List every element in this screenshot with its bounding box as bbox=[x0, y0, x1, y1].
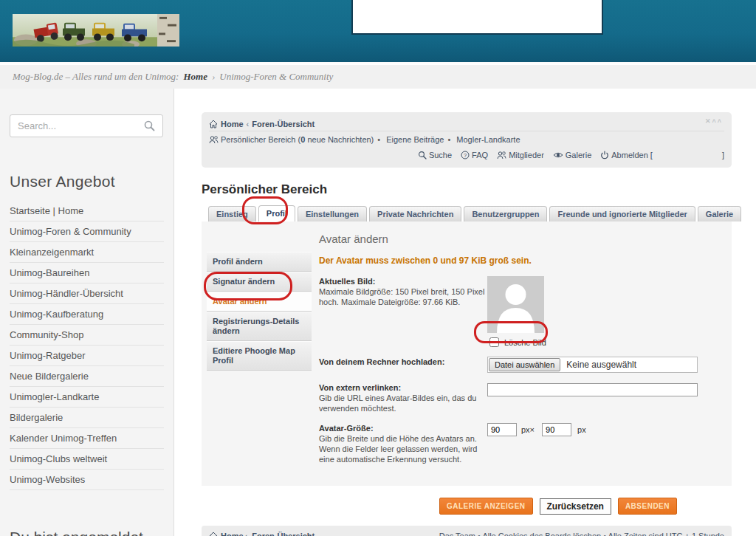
footer-breadcrumb: Home ‹ Foren-Übersicht bbox=[209, 532, 315, 536]
breadcrumb-site-title: Mog-Blog.de – Alles rund um den Unimog: bbox=[13, 71, 179, 83]
avatar-size-label: Avatar-Größe: bbox=[319, 423, 487, 433]
footer-links[interactable]: Das Team • Alle Cookies des Boards lösch… bbox=[439, 532, 724, 536]
sidebar-item-ratgeber[interactable]: Unimog-Ratgeber bbox=[10, 346, 164, 366]
question-icon: ? bbox=[461, 151, 470, 159]
personal-area-link[interactable]: Persönlicher Bereich (0 neue Nachrichten… bbox=[221, 135, 374, 144]
avatar-url-input[interactable] bbox=[487, 383, 698, 396]
external-link-row: Von extern verlinken: Gib die URL eines … bbox=[319, 382, 724, 413]
sidebar-item-kleinanzeigenmarkt[interactable]: Kleinanzeigenmarkt bbox=[10, 242, 164, 263]
mogler-map-link[interactable]: Mogler-Landkarte bbox=[456, 135, 520, 144]
breadcrumb-section-link[interactable]: Unimog-Foren & Community bbox=[219, 71, 333, 83]
search-icon[interactable] bbox=[144, 120, 155, 131]
avatar-width-input[interactable] bbox=[487, 423, 517, 436]
avatar-size-desc-line2: Wenn die Felder leer gelassen werden, wi… bbox=[319, 444, 487, 454]
forum-nav-box: Home ‹ Foren-Übersicht ✕˄˄ Persönlicher … bbox=[202, 112, 732, 168]
form-title: Avatar ändern bbox=[319, 233, 724, 245]
gallery-label: Galerie bbox=[566, 151, 591, 159]
menu-registrierungs-details[interactable]: Registrierungs-Details ändern bbox=[207, 312, 312, 341]
collapse-controls-icon[interactable]: ✕˄˄ bbox=[705, 117, 723, 125]
forum-overview-link[interactable]: Foren-Übersicht bbox=[252, 120, 315, 128]
power-icon bbox=[600, 151, 609, 159]
sidebar-item-haendler-uebersicht[interactable]: Unimog-Händler-Übersicht bbox=[10, 284, 164, 304]
avatar-placeholder-image bbox=[487, 276, 544, 333]
sidebar-heading: Unser Angebot bbox=[10, 173, 164, 190]
footer-overview-link[interactable]: Foren-Übersicht bbox=[252, 532, 315, 536]
personal-area-label-end: neue Nachrichten) bbox=[305, 135, 374, 144]
sidebar-item-baureihen[interactable]: Unimog-Baureihen bbox=[10, 263, 164, 284]
forum-breadcrumb-separator: ‹ bbox=[247, 120, 250, 128]
breadcrumb-home-link[interactable]: Home bbox=[183, 71, 207, 83]
unimog-trucks-banner-image[interactable] bbox=[13, 14, 179, 47]
file-upload-control[interactable]: Datei auswählen Keine ausgewählt bbox=[487, 357, 698, 373]
current-image-row: Aktuelles Bild: Maximale Bildgröße: 150 … bbox=[319, 276, 724, 347]
search-link[interactable]: Suche bbox=[418, 151, 452, 159]
upload-row: Von deinem Rechner hochladen: Datei ausw… bbox=[319, 357, 724, 373]
delete-image-checkbox[interactable] bbox=[489, 337, 499, 347]
sidebar-menu: Startseite | Home Unimog-Foren & Communi… bbox=[10, 201, 164, 490]
file-status-text: Keine ausgewählt bbox=[566, 360, 636, 370]
search-label: Suche bbox=[429, 151, 452, 159]
breadcrumb-separator: › bbox=[212, 71, 215, 83]
forum-footer-bar: Home ‹ Foren-Übersicht Das Team • Alle C… bbox=[202, 526, 732, 536]
forum-breadcrumb-row: Home ‹ Foren-Übersicht ✕˄˄ bbox=[209, 117, 724, 131]
current-image-label: Aktuelles Bild: bbox=[319, 276, 487, 286]
menu-phoogle-map-profil[interactable]: Editiere Phoogle Map Profil bbox=[207, 341, 312, 371]
sidebar-item-kaufberatung[interactable]: Unimog-Kaufberatung bbox=[10, 304, 164, 325]
page: Mog-Blog.de – Alles rund um den Unimog: … bbox=[0, 0, 756, 536]
sidebar-item-kalender-treffen[interactable]: Kalender Unimog-Treffen bbox=[10, 428, 164, 449]
main-content: Home ‹ Foren-Übersicht ✕˄˄ Persönlicher … bbox=[202, 89, 732, 536]
avatar-size-desc-line1: Gib die Breite und die Höhe des Avatars … bbox=[319, 433, 487, 444]
faq-label: FAQ bbox=[472, 151, 488, 159]
tab-benutzergruppen[interactable]: Benutzergruppen bbox=[464, 206, 547, 221]
sidebar-item-bildergalerie[interactable]: Bildergalerie bbox=[10, 408, 164, 428]
avatar-size-warning: Der Avatar muss zwischen 0 und 97 KiB gr… bbox=[319, 255, 724, 266]
site-header bbox=[0, 0, 756, 63]
logout-link[interactable]: Abmelden [ ] bbox=[600, 151, 724, 159]
tab-profil[interactable]: Profil bbox=[258, 205, 295, 221]
home-icon bbox=[209, 532, 218, 536]
search-input[interactable] bbox=[10, 114, 163, 137]
form-buttons: GALERIE ANZEIGEN Zurücksetzen ABSENDEN bbox=[439, 498, 732, 515]
sidebar: Unser Angebot Startseite | Home Unimog-F… bbox=[0, 89, 174, 536]
show-gallery-button[interactable]: GALERIE ANZEIGEN bbox=[439, 498, 533, 515]
members-link[interactable]: Mitglieder bbox=[497, 151, 544, 159]
tab-private-nachrichten[interactable]: Private Nachrichten bbox=[369, 206, 461, 221]
logged-in-heading: Du bist angemeldet als bbox=[10, 529, 164, 536]
menu-profil-aendern[interactable]: Profil ändern bbox=[207, 252, 312, 272]
menu-avatar-aendern[interactable]: Avatar ändern bbox=[207, 292, 312, 312]
sidebar-item-startseite[interactable]: Startseite | Home bbox=[10, 201, 164, 221]
sidebar-item-foren-community[interactable]: Unimog-Foren & Community bbox=[10, 221, 164, 242]
choose-file-button[interactable]: Datei auswählen bbox=[489, 358, 560, 371]
avatar-size-row: Avatar-Größe: Gib die Breite und die Höh… bbox=[319, 423, 724, 464]
breadcrumb: Mog-Blog.de – Alles rund um den Unimog: … bbox=[0, 65, 756, 89]
tab-freunde-ignorierte[interactable]: Freunde und ignorierte Mitglieder bbox=[549, 206, 695, 221]
size-unit-label: px bbox=[577, 425, 586, 434]
current-image-desc-line1: Maximale Bildgröße: 150 Pixel breit, 150… bbox=[319, 286, 487, 297]
faq-link[interactable]: ? FAQ bbox=[461, 151, 488, 159]
avatar-height-input[interactable] bbox=[542, 423, 571, 436]
current-image-desc-line2: hoch. Maximale Dateigröße: 97.66 KiB. bbox=[319, 297, 487, 307]
tab-einstieg[interactable]: Einstieg bbox=[208, 206, 256, 221]
page-title: Persönlicher Bereich bbox=[202, 182, 732, 197]
reset-button[interactable]: Zurücksetzen bbox=[540, 498, 611, 515]
tab-einstellungen[interactable]: Einstellungen bbox=[298, 206, 367, 221]
sidebar-item-websites[interactable]: Unimog-Websites bbox=[10, 470, 164, 490]
own-posts-link[interactable]: Eigene Beiträge bbox=[386, 135, 444, 144]
gallery-link[interactable]: Galerie bbox=[553, 151, 591, 159]
menu-signatur-aendern[interactable]: Signatur ändern bbox=[207, 272, 312, 292]
forum-home-link[interactable]: Home bbox=[221, 120, 244, 128]
users-icon bbox=[497, 151, 506, 159]
sidebar-item-clubs-weltweit[interactable]: Unimog-Clubs weltweit bbox=[10, 449, 164, 470]
sidebar-item-neue-bildergalerie[interactable]: Neue Bildergalerie bbox=[10, 366, 164, 387]
sidebar-item-community-shop[interactable]: Community-Shop bbox=[10, 325, 164, 346]
bullet-separator: • bbox=[377, 135, 380, 144]
personal-area-label: Persönlicher Bereich ( bbox=[221, 135, 300, 144]
sidebar-search bbox=[10, 114, 164, 137]
sidebar-item-unimogler-landkarte[interactable]: Unimogler-Landkarte bbox=[10, 387, 164, 408]
avatar-size-desc-line3: eine automatische Erkennung versucht. bbox=[319, 454, 487, 464]
footer-home-link[interactable]: Home bbox=[221, 532, 244, 536]
logout-label-close-bracket: ] bbox=[722, 151, 724, 159]
ucp-menu: Profil ändern Signatur ändern Avatar änd… bbox=[207, 252, 312, 371]
submit-button[interactable]: ABSENDEN bbox=[618, 498, 677, 515]
tab-galerie[interactable]: Galerie bbox=[698, 206, 741, 221]
